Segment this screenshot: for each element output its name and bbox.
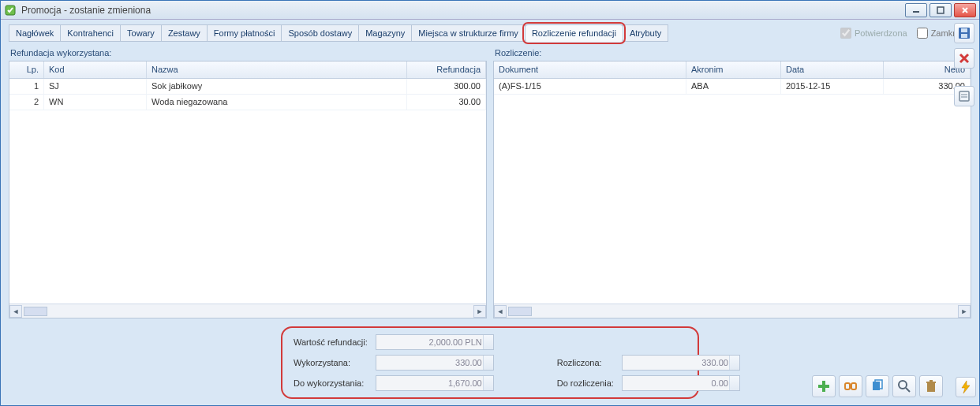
col-data[interactable]: Data (781, 61, 884, 78)
col-dokument[interactable]: Dokument (494, 61, 686, 78)
cell-akronim: ABA (686, 79, 781, 94)
tab-zestawy[interactable]: Zestawy (161, 24, 208, 42)
svg-rect-13 (930, 380, 933, 382)
scroll-right-icon[interactable]: ► (958, 305, 971, 318)
wartosc-refund-label: Wartość refundacji: (294, 337, 368, 347)
svg-rect-17 (959, 91, 969, 101)
tab-formy-p-atno-ci[interactable]: Formy płatności (207, 24, 282, 42)
cell-refund: 300.00 (407, 79, 486, 94)
tab-kontrahenci[interactable]: Kontrahenci (60, 24, 121, 42)
wykorzystana-value: 330.00 (376, 355, 494, 371)
cell-kod: SJ (44, 79, 147, 94)
left-pane-title: Refundacja wykorzystana: (10, 48, 487, 58)
rozliczona-value: 330.00 (622, 355, 740, 371)
save-button[interactable] (954, 23, 974, 43)
window-title: Promocja - zostanie zmieniona (21, 5, 905, 16)
lookup-button[interactable] (892, 375, 916, 397)
scroll-thumb[interactable] (24, 307, 47, 316)
tab-miejsca-w-strukturze-firmy[interactable]: Miejsca w strukturze firmy (411, 24, 526, 42)
panes: Refundacja wykorzystana: Lp. Kod Nazwa R… (9, 47, 971, 318)
table-row[interactable]: 2WNWoda niegazowana30.00 (9, 95, 486, 110)
scroll-left-icon[interactable]: ◄ (494, 305, 507, 318)
right-pane: Rozliczenie: Dokument Akronim Data Netto… (493, 47, 971, 318)
table-row[interactable]: 1SJSok jabłkowy300.00 (9, 79, 486, 95)
cell-nazwa: Sok jabłkowy (147, 79, 407, 94)
svg-rect-6 (851, 383, 856, 389)
copy-button[interactable] (866, 375, 889, 397)
footer-toolbar (812, 375, 943, 397)
col-refund[interactable]: Refundacja (407, 61, 486, 78)
cell-kod: WN (44, 95, 147, 110)
tab-nag-wek[interactable]: Nagłówek (9, 24, 61, 42)
do-rozliczenia-value: 0.00 (622, 375, 740, 391)
scroll-right-icon[interactable]: ► (473, 305, 486, 318)
right-sidebar (952, 23, 976, 106)
table-row[interactable]: (A)FS-1/15ABA2015-12-15330.00 (494, 79, 971, 95)
cell-data: 2015-12-15 (781, 79, 884, 94)
app-icon (4, 4, 17, 17)
svg-rect-11 (927, 383, 935, 392)
add-button[interactable] (812, 375, 836, 397)
left-pane: Refundacja wykorzystana: Lp. Kod Nazwa R… (9, 47, 487, 318)
action-button[interactable] (956, 377, 976, 397)
left-grid-body[interactable]: 1SJSok jabłkowy300.002WNWoda niegazowana… (9, 79, 486, 304)
scroll-left-icon[interactable]: ◄ (9, 305, 22, 318)
cancel-button[interactable] (954, 48, 974, 69)
rozliczona-label: Rozliczona: (557, 358, 614, 367)
scroll-thumb[interactable] (508, 307, 532, 316)
summary-box: Wartość refundacji: 2,000.00 PLN Wykorzy… (281, 326, 699, 399)
left-grid-header: Lp. Kod Nazwa Refundacja (9, 61, 486, 79)
do-wykorzystania-label: Do wykorzystania: (294, 378, 368, 388)
tabs: NagłówekKontrahenciTowaryZestawyFormy pł… (9, 24, 668, 42)
svg-rect-4 (818, 385, 829, 388)
svg-point-9 (899, 381, 907, 389)
titlebar: Promocja - zostanie zmieniona (1, 1, 979, 20)
right-grid-body[interactable]: (A)FS-1/15ABA2015-12-15330.00 (494, 79, 971, 304)
tab-magazyny[interactable]: Magazyny (358, 24, 412, 42)
right-grid-header: Dokument Akronim Data Netto (494, 61, 971, 79)
potwierdzona-checkbox: Potwierdzona (840, 28, 907, 39)
notes-button[interactable] (954, 86, 974, 106)
right-grid: Dokument Akronim Data Netto (A)FS-1/15AB… (493, 61, 971, 318)
potwierdzona-label: Potwierdzona (855, 28, 907, 38)
wartosc-refund-value: 2,000.00 PLN (376, 334, 494, 350)
col-kod[interactable]: Kod (44, 61, 147, 78)
cell-refund: 30.00 (407, 95, 486, 110)
do-wykorzystania-value: 1,670.00 (376, 375, 494, 391)
tab-towary[interactable]: Towary (120, 24, 162, 42)
left-grid: Lp. Kod Nazwa Refundacja 1SJSok jabłkowy… (9, 61, 487, 318)
promotion-window: Promocja - zostanie zmieniona NagłówekKo… (0, 0, 980, 406)
content-area: NagłówekKontrahenciTowaryZestawyFormy pł… (1, 20, 979, 405)
link-button[interactable] (839, 375, 862, 397)
left-grid-hscroll[interactable]: ◄ ► (9, 304, 486, 318)
svg-rect-5 (845, 383, 850, 389)
svg-rect-15 (961, 28, 967, 32)
delete-button[interactable] (919, 375, 943, 397)
col-akronim[interactable]: Akronim (686, 61, 781, 78)
close-button[interactable] (954, 3, 976, 17)
svg-rect-16 (961, 34, 967, 38)
svg-rect-12 (926, 382, 936, 383)
right-pane-title: Rozliczenie: (495, 48, 971, 58)
maximize-button[interactable] (930, 3, 952, 17)
minimize-button[interactable] (905, 3, 927, 17)
cell-dokument: (A)FS-1/15 (494, 79, 686, 94)
top-row: NagłówekKontrahenciTowaryZestawyFormy pł… (9, 24, 971, 42)
cell-lp: 1 (9, 79, 44, 94)
wykorzystana-label: Wykorzystana: (294, 358, 368, 367)
svg-rect-2 (937, 7, 944, 13)
cell-nazwa: Woda niegazowana (147, 95, 407, 110)
tab-atrybuty[interactable]: Atrybuty (623, 24, 668, 42)
col-lp[interactable]: Lp. (9, 61, 44, 78)
col-nazwa[interactable]: Nazwa (147, 61, 407, 78)
cell-lp: 2 (9, 95, 44, 110)
tab-rozliczenie-refundacji[interactable]: Rozliczenie refundacji (525, 24, 623, 42)
tab-spos-b-dostawy[interactable]: Sposób dostawy (281, 24, 359, 42)
do-rozliczenia-label: Do rozliczenia: (557, 378, 614, 388)
svg-rect-1 (913, 11, 919, 13)
right-grid-hscroll[interactable]: ◄ ► (494, 304, 971, 318)
svg-line-10 (906, 388, 910, 392)
